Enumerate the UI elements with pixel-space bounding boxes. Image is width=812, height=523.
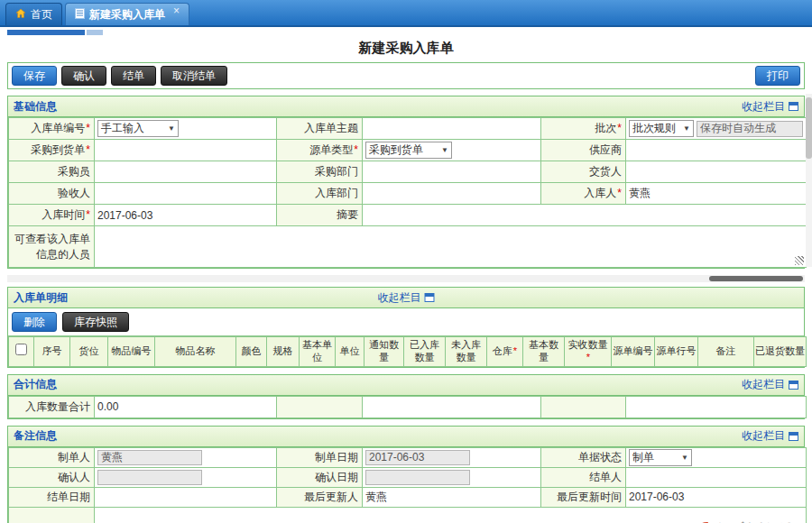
collapse-detail-link[interactable]: 收起栏目 [378,290,435,306]
last-editor-value: 黄燕 [363,487,541,507]
viewers-textarea[interactable] [95,226,807,268]
buyer-label: 采购员 [9,161,95,183]
inbound-dept-input[interactable] [363,183,541,205]
total-grid: 入库数量合计 0.00 [8,396,807,418]
tab-home-label: 首页 [31,7,52,23]
batch-rule-select[interactable]: 批次规则▼ [629,120,694,137]
empty-label [277,396,363,417]
settle-button[interactable]: 结单 [111,66,156,86]
subject-input[interactable] [363,118,541,140]
purchase-dept-input[interactable] [363,161,541,183]
arrival-order-label: 采购到货单* [9,140,95,161]
viewers-label: 可查看该入库单信息的人员 [9,226,95,268]
vertical-scrollbar[interactable] [806,94,812,267]
arrival-order-input[interactable] [95,140,277,161]
collapse-total-link[interactable]: 收起栏目 [742,377,798,392]
detail-toolbar: 删除 库存快照 [8,308,804,336]
cancel-settle-button[interactable]: 取消结单 [161,66,227,86]
scrollbar-thumb[interactable] [7,30,85,35]
collapse-remark-link[interactable]: 收起栏目 [742,428,798,444]
section-detail-header: 入库单明细 收起栏目 [8,288,804,308]
section-remark-header: 备注信息 收起栏目 [8,427,804,447]
collapse-label: 收起栏目 [742,377,785,392]
col-inbound-qty: 已入库数量 [404,337,446,367]
deliverer-label: 交货人 [541,161,626,183]
inbound-person-input[interactable]: 黄燕 [626,183,807,205]
summary-input[interactable] [363,205,807,226]
col-source-line: 源单行号 [655,337,698,367]
collapse-label: 收起栏目 [742,428,785,444]
summary-label: 摘要 [277,205,363,226]
save-button[interactable]: 保存 [12,66,57,86]
tab-home[interactable]: 首页 [5,3,62,25]
col-item-name: 物品名称 [155,337,236,367]
resize-handle-icon[interactable] [795,256,804,265]
form-horizontal-scrollbar[interactable] [7,275,805,282]
inbound-time-input[interactable]: 2017-06-03 [95,205,277,226]
confirm-button[interactable]: 确认 [61,66,106,86]
inbound-person-label: 入库人* [541,183,626,205]
order-no-label: 入库单编号* [9,118,95,140]
deliverer-input[interactable] [626,161,807,183]
stock-snapshot-button[interactable]: 库存快照 [62,312,129,332]
last-editor-label: 最后更新人 [277,487,363,507]
total-qty-value: 0.00 [95,396,277,417]
doc-status-select[interactable]: 制单▼ [629,449,692,466]
delete-button[interactable]: 删除 [12,312,57,332]
section-basic-title: 基础信息 [14,99,57,115]
inspector-input[interactable] [95,183,277,205]
scrollbar-thumb-light [87,30,103,35]
order-no-mode-select[interactable]: 手工输入▼ [97,120,179,137]
home-icon [15,8,26,22]
collapse-window-icon [789,432,798,441]
collapse-window-icon [789,102,798,111]
remark-grid: 制单人 制单日期 单据状态 制单▼ 确认人 确认日期 结单人 [8,447,807,523]
section-total-title: 合计信息 [14,377,57,392]
collapse-label: 收起栏目 [378,290,421,306]
collapse-window-icon [789,381,798,390]
select-all-header [9,337,34,367]
inbound-time-label: 入库时间* [9,205,95,226]
empty-label [541,396,626,417]
col-source-no: 源单编号 [612,337,655,367]
supplier-input[interactable] [626,140,807,161]
supplier-label: 供应商 [541,140,626,161]
total-qty-label: 入库数量合计 [9,396,95,417]
col-notify-qty: 通知数量 [364,337,404,367]
tab-label: 新建采购入库单 [89,7,165,23]
creator-label: 制单人 [9,447,95,467]
settler-value [626,467,807,487]
settler-label: 结单人 [541,467,626,487]
col-unit: 单位 [336,337,364,367]
select-all-checkbox[interactable] [15,344,27,355]
col-received-qty: 实收数量* [565,337,612,367]
brand-name: 泛普软件 [717,519,797,523]
collapse-label: 收起栏目 [742,99,785,115]
scrollbar-thumb[interactable] [709,276,803,281]
create-date-label: 制单日期 [277,447,363,467]
batch-auto-input[interactable] [697,121,803,137]
close-icon[interactable]: × [173,5,180,17]
tab-new-purchase-inbound[interactable]: 新建采购入库单 × [65,3,189,25]
source-type-select[interactable]: 采购到货单▼ [365,142,452,159]
section-detail: 入库单明细 收起栏目 删除 库存快照 序号 货位 物品编号 物品名称 [7,287,805,368]
note-textarea[interactable]: 泛普软件 www.fanpusoft.com [95,507,807,523]
doc-status-label: 单据状态 [541,447,626,467]
chevron-down-icon: ▼ [683,124,690,133]
buyer-input[interactable] [95,161,277,183]
inspector-label: 验收人 [9,183,95,205]
section-remark-title: 备注信息 [14,428,57,444]
collapse-basic-link[interactable]: 收起栏目 [742,99,798,115]
confirm-date-label: 确认日期 [277,467,363,487]
empty-field [626,396,807,417]
scrollbar-thumb[interactable] [806,97,812,159]
settle-date-label: 结单日期 [9,487,95,507]
note-label: 备注 [9,507,95,523]
toolbar: 保存 确认 结单 取消结单 打印 [7,62,805,89]
print-button[interactable]: 打印 [755,66,800,86]
chevron-down-icon: ▼ [168,124,175,133]
top-horizontal-scrollbar[interactable] [0,29,812,36]
section-remark: 备注信息 收起栏目 制单人 制单日期 单据状态 制单▼ 确 [7,426,805,523]
section-total: 合计信息 收起栏目 入库数量合计 0.00 [7,374,805,419]
col-color: 颜色 [236,337,267,367]
